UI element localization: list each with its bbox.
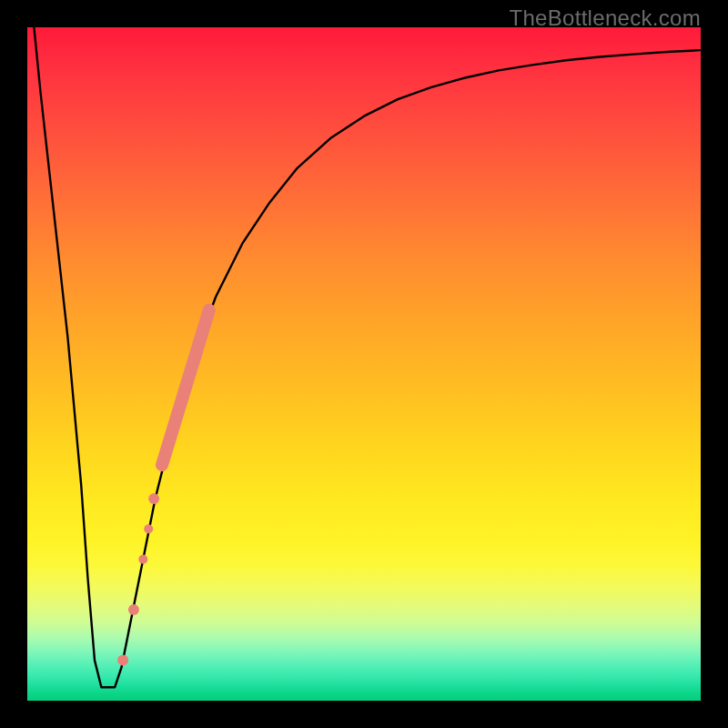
bottleneck-curve [27,27,701,687]
chart-frame: TheBottleneck.com [0,0,728,728]
data-marker-1 [128,604,139,615]
data-marker-4 [148,493,159,504]
data-marker-0 [117,655,128,666]
highlight-segment [162,310,209,465]
data-marker-2 [138,555,147,564]
data-marker-3 [144,524,153,533]
curve-layer [27,27,701,701]
plot-area [27,27,701,701]
